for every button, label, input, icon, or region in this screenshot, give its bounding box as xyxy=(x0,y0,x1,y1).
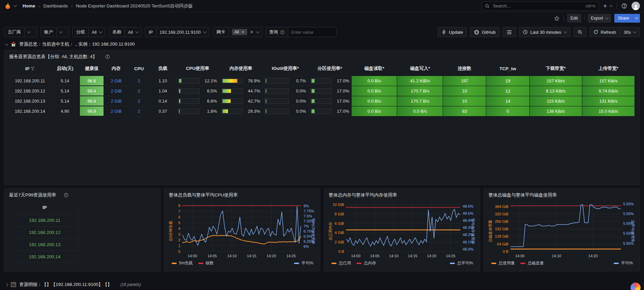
breadcrumb-dashboards[interactable]: Dashboards xyxy=(43,3,68,8)
column-header-cpu_pct[interactable]: CPU使用率 xyxy=(176,62,219,76)
export-button[interactable]: Export xyxy=(588,14,611,23)
cell-link[interactable]: 2 xyxy=(138,99,140,104)
column-header-part_pct[interactable]: 分区使用率* xyxy=(308,62,351,76)
breadcrumb-separator: › xyxy=(39,4,40,8)
svg-text:48.1%: 48.1% xyxy=(463,240,473,244)
cell-mem_pct: 42.7% xyxy=(219,96,262,106)
cell-link[interactable]: 2 xyxy=(138,109,140,114)
svg-text:192 GiB: 192 GiB xyxy=(495,227,508,231)
legend-item[interactable]: 5m负载 xyxy=(172,260,193,266)
filter-2[interactable]: 账户 xyxy=(40,27,69,37)
gauge-track xyxy=(222,88,243,94)
user-avatar[interactable] xyxy=(632,2,640,10)
legend-item[interactable]: 总磁盘量 xyxy=(520,260,544,266)
cell-link[interactable]: 2 xyxy=(138,78,140,83)
filter-6[interactable]: 网卡All✕✕ xyxy=(213,27,262,37)
column-header-health[interactable]: 健康值 xyxy=(80,62,104,76)
column-header-mem_pct[interactable]: 内存使用率 xyxy=(219,62,262,76)
filter-1[interactable]: 云厂商 xyxy=(4,27,37,37)
zoom-out-button[interactable] xyxy=(574,27,586,37)
column-header-ip[interactable]: IP xyxy=(9,62,51,76)
chart-legend: 总已用总内存总平均% xyxy=(328,260,476,266)
org-switcher-chevron-icon[interactable] xyxy=(14,4,17,7)
menu-button[interactable] xyxy=(503,27,516,37)
search-field[interactable] xyxy=(492,3,583,9)
expand-chevron-icon[interactable] xyxy=(5,283,8,286)
column-header-up[interactable]: 上传带宽* xyxy=(582,62,635,76)
legend-item[interactable]: 核数 xyxy=(198,260,214,266)
p99-ip-link[interactable]: 192.168.200.14 xyxy=(11,251,78,263)
column-header-mem[interactable]: 内存 xyxy=(104,62,128,76)
floating-help-bubble[interactable] xyxy=(631,283,641,290)
cell-cpu: 2 xyxy=(128,96,150,106)
cell-load: 0.14 xyxy=(150,96,176,106)
cell-uptime: 5.14 xyxy=(51,76,80,86)
column-header-io_pct[interactable]: IOutil使用率* xyxy=(262,62,308,76)
legend-item[interactable]: 总使用量 xyxy=(491,260,515,266)
filter-tag[interactable]: All✕ xyxy=(232,29,247,35)
row-overview-header[interactable]: 资源总览：当前选中主机：，实例：192.168.200.11:9100 xyxy=(0,37,644,50)
column-header-down[interactable]: 下载带宽* xyxy=(529,62,582,76)
legend-item[interactable]: 平均% xyxy=(614,260,633,266)
filter-7[interactable]: 查询 xyxy=(266,27,336,37)
grafana-logo[interactable] xyxy=(4,2,11,10)
legend-item[interactable]: 总内存 xyxy=(356,260,376,266)
column-header-conn[interactable]: 连接数 xyxy=(443,62,486,76)
p99-ip-link[interactable]: 192.168.200.11 xyxy=(11,214,78,226)
github-button[interactable]: GitHub xyxy=(470,27,499,37)
collapse-chevron-icon[interactable] xyxy=(5,42,8,46)
time-range-picker[interactable]: Last 30 minutes xyxy=(519,27,570,37)
column-header-load[interactable]: 负载 xyxy=(150,62,176,76)
p99-ip-link[interactable]: 192.168.200.12 xyxy=(11,226,78,238)
cell-link[interactable]: 2 xyxy=(138,88,140,94)
cell-link[interactable]: 2 GiB xyxy=(111,78,122,83)
filter-value[interactable]: All✕✕ xyxy=(229,27,262,37)
clear-icon[interactable]: ✕ xyxy=(250,30,254,34)
info-icon[interactable] xyxy=(64,193,68,197)
column-header-disk_read[interactable]: 磁盘读取* xyxy=(351,62,397,76)
filter-value[interactable]: All xyxy=(125,27,141,37)
row-detail-header[interactable]: 资源明细：【】【192.168.200.11:9100】【】 (16 panel… xyxy=(0,278,644,290)
star-icon[interactable] xyxy=(553,15,561,22)
share-menu-button[interactable] xyxy=(633,14,640,23)
remove-tag-icon[interactable]: ✕ xyxy=(241,30,244,34)
table-row: 192.168.200.144.9099.92 GiB20.371.8%29.3… xyxy=(9,106,635,116)
legend-item[interactable]: 总平均% xyxy=(450,260,473,266)
filter-value[interactable]: 192.168.200.11:9100 xyxy=(156,27,209,37)
legend-item[interactable]: 总已用 xyxy=(331,260,351,266)
column-header-cpu[interactable]: CPU xyxy=(128,62,150,76)
cell-link[interactable]: 2 GiB xyxy=(111,88,122,94)
breadcrumb-home[interactable]: Home xyxy=(23,3,35,8)
svg-text:6: 6 xyxy=(178,215,180,219)
cell-uptime: 5.14 xyxy=(51,96,80,106)
filter-query-input[interactable] xyxy=(288,27,336,37)
legend-item[interactable]: 平均% xyxy=(294,260,313,266)
gauge-value: 0.0% xyxy=(291,109,306,114)
p99-ip-link[interactable]: 192.168.200.13 xyxy=(11,238,78,251)
update-button[interactable]: Update xyxy=(438,27,467,37)
column-header-disk_write[interactable]: 磁盘写入* xyxy=(397,62,443,76)
filter-value[interactable] xyxy=(25,27,37,37)
info-icon[interactable] xyxy=(280,30,285,34)
cell-down: 138 Kib/s xyxy=(529,106,582,116)
filter-funnel-icon[interactable] xyxy=(31,67,35,71)
top-nav: Home › Dashboards › Node Exporter Dashbo… xyxy=(0,0,644,12)
search-input[interactable]: ctrl+k xyxy=(481,1,599,11)
filter-value[interactable] xyxy=(57,27,69,37)
column-header-uptime[interactable]: 启动(天) xyxy=(51,62,80,76)
share-button[interactable]: Share xyxy=(614,14,633,23)
help-icon[interactable] xyxy=(620,2,628,10)
filter-value[interactable]: All xyxy=(89,27,105,37)
add-new-button[interactable]: + xyxy=(602,1,613,11)
filter-5[interactable]: IP192.168.200.11:9100 xyxy=(145,27,209,37)
filter-4[interactable]: 名称All xyxy=(109,27,141,37)
info-icon[interactable] xyxy=(105,54,110,59)
cell-link[interactable]: 2 GiB xyxy=(111,99,122,104)
edit-button[interactable]: Edit xyxy=(567,14,581,23)
refresh-interval-picker[interactable]: 30s xyxy=(620,27,640,37)
filter-3[interactable]: 分组All xyxy=(72,27,105,37)
cell-link[interactable]: 2 GiB xyxy=(111,109,122,114)
refresh-button[interactable]: Refresh xyxy=(589,27,620,37)
gauge-track xyxy=(265,98,289,104)
column-header-tcp_tw[interactable]: TCP_tw xyxy=(486,62,529,76)
